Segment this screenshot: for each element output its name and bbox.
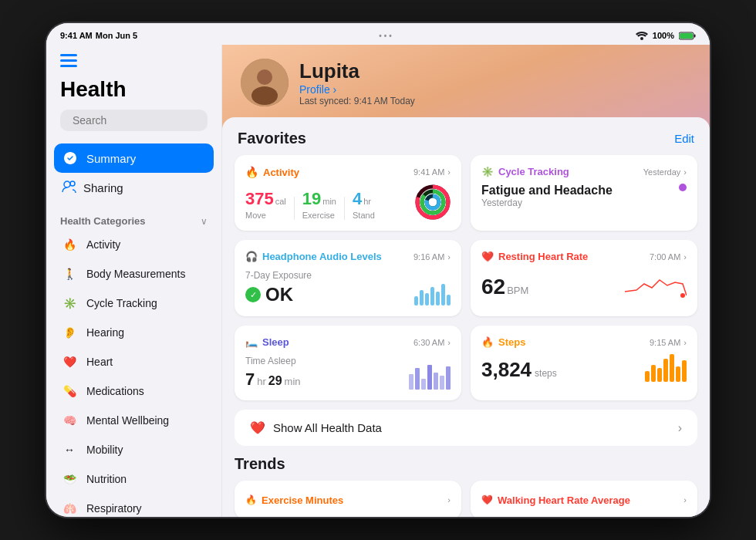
category-medications[interactable]: 💊 Medications — [46, 376, 221, 406]
cycle-card-time: Yesterday — [643, 167, 681, 177]
mental-icon: 🧠 — [60, 411, 79, 430]
cycle-card-header: ✳️ Cycle Tracking Yesterday › — [481, 166, 687, 177]
medications-icon: 💊 — [60, 382, 79, 400]
cycle-card-title: Cycle Tracking — [498, 166, 569, 177]
steps-bar-7 — [682, 360, 687, 382]
show-all-heart-icon: ❤️ — [250, 420, 265, 435]
chevron-down-icon[interactable]: ∨ — [201, 216, 208, 227]
exposure-label: 7-Day Exposure — [245, 270, 312, 281]
activity-metrics: 375 cal Move 19 — [245, 189, 375, 220]
category-nutrition[interactable]: 🥗 Nutrition — [46, 464, 221, 494]
move-value: 375 — [245, 189, 274, 209]
cycle-chevron-icon: › — [683, 167, 687, 177]
category-heart[interactable]: ❤️ Heart — [46, 347, 221, 376]
cycle-symptom: Fatigue and Headache — [481, 184, 613, 197]
sidebar-nav: Summary Sharing — [46, 137, 221, 209]
trend-walking-hr[interactable]: ❤️ Walking Heart Rate Average › — [471, 481, 697, 517]
show-all-chevron-icon: › — [678, 421, 682, 435]
svg-rect-5 — [60, 59, 77, 62]
sidebar-toggle-icon[interactable] — [60, 54, 77, 68]
category-mental[interactable]: 🧠 Mental Wellbeing — [46, 406, 221, 435]
steps-card-header: 🔥 Steps 9:15 AM › — [481, 336, 687, 348]
category-activity[interactable]: 🔥 Activity — [46, 230, 221, 259]
sleep-bar-3 — [421, 379, 426, 390]
svg-point-12 — [64, 181, 70, 187]
exercise-unit: min — [322, 197, 336, 206]
nutrition-icon: 🥗 — [60, 470, 79, 488]
status-date: Mon Jun 5 — [96, 31, 137, 40]
heart-rate-value: 62 — [481, 275, 505, 299]
activity-metrics-row: 375 cal Move 19 — [245, 184, 451, 220]
search-bar[interactable] — [60, 110, 208, 131]
search-input[interactable] — [73, 114, 208, 127]
heart-rate-content-row: 62 BPM — [481, 268, 687, 299]
bar-5 — [436, 292, 440, 305]
svg-point-13 — [70, 181, 75, 186]
exercise-trend-label: Exercise Minutes — [262, 494, 343, 506]
steps-bar-5 — [670, 354, 674, 382]
steps-bar-2 — [651, 365, 656, 382]
stand-label: Stand — [353, 211, 375, 220]
headphone-card-header: 🎧 Headphone Audio Levels 9:16 AM › — [245, 251, 451, 262]
sleep-hours: 7 — [245, 370, 255, 390]
cycle-card[interactable]: ✳️ Cycle Tracking Yesterday › — [471, 155, 697, 231]
heart-icon: ❤️ — [60, 353, 79, 371]
mobility-icon: ↔️ — [60, 440, 79, 459]
cards-grid: 🔥 Activity 9:41 AM › — [222, 155, 710, 400]
bar-7 — [447, 295, 451, 305]
activity-rings — [415, 184, 451, 220]
steps-bars — [645, 354, 687, 382]
category-cycle[interactable]: ✳️ Cycle Tracking — [46, 289, 221, 318]
category-mobility[interactable]: ↔️ Mobility — [46, 435, 221, 464]
profile-header: Lupita Profile › Last synced: 9:41 AM To… — [222, 45, 710, 117]
category-body[interactable]: 🚶 Body Measurements — [46, 259, 221, 289]
category-hearing[interactable]: 👂 Hearing — [46, 318, 221, 347]
heart-chevron-icon: › — [683, 252, 687, 262]
category-hearing-label: Hearing — [86, 326, 124, 339]
category-respiratory-label: Respiratory — [86, 502, 142, 515]
show-all-left: ❤️ Show All Health Data — [250, 420, 382, 435]
battery-text: 100% — [653, 31, 674, 40]
edit-button[interactable]: Edit — [674, 132, 694, 145]
sleep-content-row: Time Asleep 7 hr 29 min — [245, 354, 451, 390]
heart-rate-card[interactable]: ❤️ Resting Heart Rate 7:00 AM › — [471, 240, 697, 316]
category-respiratory[interactable]: 🫁 Respiratory — [46, 494, 221, 517]
status-time: 9:41 AM — [60, 31, 93, 40]
sleep-minutes: 29 — [268, 374, 282, 388]
heart-rate-card-header: ❤️ Resting Heart Rate 7:00 AM › — [481, 251, 687, 262]
heart-card-time: 7:00 AM — [650, 252, 680, 262]
heart-card-title: Resting Heart Rate — [498, 251, 588, 262]
steps-value: 3,824 — [481, 358, 532, 382]
walking-hr-trend-icon: ❤️ — [481, 494, 493, 505]
bar-2 — [420, 290, 424, 305]
wifi-icon — [636, 31, 648, 40]
trend-exercise[interactable]: 🔥 Exercise Minutes › — [235, 481, 461, 517]
steps-unit: steps — [535, 368, 557, 379]
hearing-icon: 👂 — [60, 323, 79, 342]
nav-sharing[interactable]: Sharing — [54, 173, 214, 203]
sleep-card-header: 🛏️ Sleep 6:30 AM › — [245, 336, 451, 348]
show-all-health-data[interactable]: ❤️ Show All Health Data › — [235, 410, 697, 446]
steps-chevron-icon: › — [683, 338, 687, 347]
sleep-bar-2 — [415, 368, 420, 390]
sleep-card[interactable]: 🛏️ Sleep 6:30 AM › — [235, 326, 461, 400]
profile-link[interactable]: Profile › — [299, 83, 415, 96]
sleep-title-row: 🛏️ Sleep — [245, 336, 289, 348]
ok-circle-icon: ✓ — [245, 287, 261, 302]
status-left: 9:41 AM Mon Jun 5 — [60, 31, 137, 40]
walking-hr-trend-label: Walking Heart Rate Average — [498, 494, 630, 506]
profile-info: Lupita Profile › Last synced: 9:41 AM To… — [299, 59, 415, 106]
exercise-label: Exercise — [302, 211, 336, 220]
sleep-bar-5 — [434, 373, 438, 390]
headphone-card[interactable]: 🎧 Headphone Audio Levels 9:16 AM › — [235, 240, 461, 316]
headphone-card-title: Headphone Audio Levels — [262, 251, 382, 262]
headphone-card-time: 9:16 AM — [413, 252, 444, 262]
activity-card[interactable]: 🔥 Activity 9:41 AM › — [235, 155, 461, 231]
activity-card-icon: 🔥 — [245, 166, 258, 178]
stand-unit: hr — [363, 197, 371, 206]
nav-summary[interactable]: Summary — [54, 143, 214, 173]
steps-card[interactable]: 🔥 Steps 9:15 AM › — [471, 326, 697, 400]
steps-card-time: 9:15 AM — [650, 338, 680, 347]
metric-divider-1 — [294, 197, 295, 220]
sidebar: Health — [46, 45, 222, 517]
